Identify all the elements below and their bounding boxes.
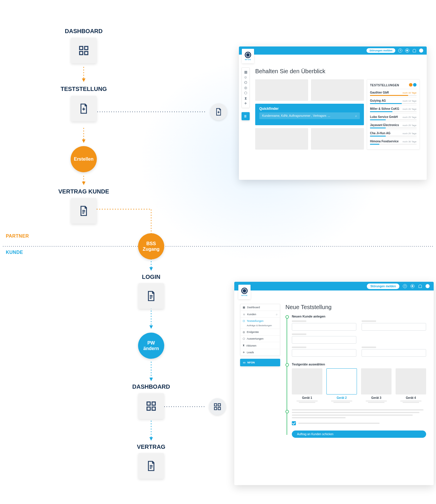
help-icon[interactable]: ? bbox=[403, 284, 407, 288]
device-thumbnail bbox=[292, 368, 322, 394]
list-item-name: Cha Ji-Hun AG bbox=[370, 132, 390, 135]
user-icon: ☺ bbox=[243, 313, 245, 316]
nav-collapse-button[interactable] bbox=[242, 112, 250, 120]
grid-icon bbox=[146, 401, 157, 412]
gear-icon[interactable]: ✻ bbox=[405, 49, 409, 53]
consent-checkbox-row bbox=[292, 421, 426, 425]
mini-node-grid bbox=[209, 398, 226, 415]
user-icon[interactable] bbox=[426, 284, 430, 288]
sidebar-item-teststellungen[interactable]: ⌬Teststellungen bbox=[240, 318, 280, 324]
device-option[interactable]: Gerät 4 bbox=[396, 368, 426, 403]
sidebar-item-kunden[interactable]: ☺Kunden⌕ bbox=[240, 311, 280, 318]
text-input[interactable] bbox=[292, 336, 356, 344]
logo-text: NFON bbox=[245, 59, 251, 60]
svg-rect-0 bbox=[80, 46, 83, 50]
bell-icon[interactable] bbox=[418, 284, 422, 288]
checkbox-label bbox=[298, 423, 380, 424]
device-option[interactable]: Gerät 1 bbox=[292, 368, 322, 403]
device-name: Gerät 2 bbox=[326, 396, 357, 399]
svg-rect-6 bbox=[147, 407, 150, 410]
submit-button[interactable]: Auftrag an Kunden schicken bbox=[292, 431, 426, 438]
quickfinder-input[interactable]: Kundenname, KdNr, Auftragsnummer , Vertr… bbox=[259, 112, 360, 119]
status-badge-blue bbox=[413, 83, 417, 87]
nav-devices-icon[interactable]: ◎ bbox=[244, 86, 248, 90]
list-item[interactable]: Jayavant Electronicsnoch 25 Tage.p34::af… bbox=[370, 121, 417, 130]
bell-icon[interactable] bbox=[412, 49, 416, 53]
sidebar-item-leads[interactable]: ✈Leads bbox=[240, 349, 280, 356]
sidebar-item-dashboard[interactable]: ▦Dashboard bbox=[240, 304, 280, 311]
sidebar-subitem[interactable]: Aufträge & Bestellungen bbox=[240, 324, 280, 329]
list-item[interactable]: Lubo Service GmbHnoch 25 Tage.p34::after… bbox=[370, 113, 417, 121]
user-icon[interactable] bbox=[419, 49, 423, 53]
checkbox[interactable] bbox=[292, 421, 296, 425]
svg-rect-10 bbox=[215, 407, 217, 410]
flow-node-erstellen: Erstellen bbox=[71, 146, 97, 172]
report-issue-button[interactable]: Störungen melden bbox=[367, 284, 399, 289]
sidebar-item-auswertungen[interactable]: ⬡Auswertungen bbox=[240, 335, 280, 342]
screenshot-dashboard: Störungen melden ? ✻ NFON ▦ ☺ ⌬ ◎ ⬡ ⧗ ✈ … bbox=[239, 46, 427, 180]
device-option[interactable]: Gerät 3 bbox=[361, 368, 392, 403]
list-item-name: Lubo Service GmbH bbox=[370, 115, 398, 119]
step-title: Testgeräte auswählen bbox=[292, 363, 426, 366]
list-item-meta: noch 10 Tage bbox=[403, 92, 417, 94]
sidebar-item-endgeraete[interactable]: ◎Endgeräte bbox=[240, 329, 280, 335]
list-item-meta: noch 25 Tage bbox=[403, 116, 417, 119]
device-option[interactable]: Gerät 2 bbox=[326, 368, 357, 403]
svg-rect-2 bbox=[80, 51, 83, 55]
flow-node-dashboard bbox=[71, 38, 97, 63]
section-label-kunde: KUNDE bbox=[6, 250, 23, 255]
report-issue-button[interactable]: Störungen melden bbox=[367, 48, 395, 53]
list-item-meta: noch 25 Tage bbox=[403, 132, 417, 135]
search-icon[interactable]: ⌕ bbox=[276, 313, 278, 316]
form-step-1: Neuen Kunde anlegen bbox=[292, 315, 426, 357]
field-label bbox=[292, 333, 306, 335]
nav-dashboard-icon[interactable]: ▦ bbox=[244, 70, 248, 74]
form-step-3: Auftrag an Kunden schicken bbox=[292, 409, 426, 438]
screenshot-form: Störungen melden ? ✻ NFON ▦Dashboard ☺Ku… bbox=[234, 282, 434, 485]
nav-reports-icon[interactable]: ⬡ bbox=[244, 91, 248, 95]
list-item[interactable]: Himona Foodservicenoch 30 Tage.p20::afte… bbox=[370, 138, 417, 146]
text-input[interactable] bbox=[362, 349, 426, 357]
nav-actions-icon[interactable]: ⧗ bbox=[244, 96, 248, 100]
help-icon[interactable]: ? bbox=[398, 49, 402, 53]
progress-bar: .p82::after{width:82%} bbox=[370, 95, 417, 96]
app-header: Störungen melden ? ✻ bbox=[239, 46, 427, 55]
mini-node-plus bbox=[210, 103, 227, 120]
device-name: Gerät 3 bbox=[361, 396, 392, 399]
text-input[interactable] bbox=[292, 349, 356, 357]
nav-tests-icon[interactable]: ⌬ bbox=[244, 80, 248, 85]
flow-label-dashboard: DASHBOARD bbox=[65, 28, 103, 35]
nav-leads-icon[interactable]: ✈ bbox=[244, 101, 248, 105]
nav-customers-icon[interactable]: ☺ bbox=[244, 75, 248, 79]
quickfinder-title: Quickfinder bbox=[259, 107, 360, 111]
list-item[interactable]: Cha Ji-Hun AGnoch 25 Tage.p34::after{wid… bbox=[370, 130, 417, 138]
list-item-name: Gauthier GbR bbox=[370, 91, 389, 94]
logo: NFON bbox=[238, 285, 251, 299]
sidebar-nfon-button[interactable]: ▭NFON bbox=[240, 359, 280, 366]
device-meta bbox=[361, 401, 392, 403]
device-thumbnail bbox=[396, 368, 426, 394]
document-icon bbox=[146, 290, 157, 302]
list-item[interactable]: Miller & Söhne CoKGnoch 20 Tage.p48::aft… bbox=[370, 105, 417, 113]
svg-rect-12 bbox=[244, 115, 246, 116]
page-title: Neue Teststellung bbox=[285, 304, 426, 311]
text-input[interactable] bbox=[362, 323, 426, 331]
leads-icon: ✈ bbox=[243, 351, 245, 354]
flow-label-vertrag-kunde: VERTRAG KUNDE bbox=[58, 188, 109, 195]
field-label bbox=[362, 320, 376, 322]
svg-rect-14 bbox=[244, 117, 246, 118]
list-item-meta: noch 25 Tage bbox=[403, 124, 417, 127]
nav-rail-menu: ▦ ☺ ⌬ ◎ ⬡ ⧗ ✈ bbox=[242, 67, 250, 108]
teststellungen-list: TESTSTELLUNGEN Gauthier GbRnoch 10 Tage.… bbox=[367, 79, 420, 150]
dashboard-card bbox=[311, 128, 364, 150]
gear-icon[interactable]: ✻ bbox=[410, 284, 414, 288]
text-input[interactable] bbox=[292, 323, 356, 331]
grid-icon bbox=[78, 45, 89, 56]
flow-node-teststellung bbox=[71, 96, 97, 121]
svg-rect-11 bbox=[218, 407, 220, 410]
list-item[interactable]: Gauthier GbRnoch 10 Tage.p82::after{widt… bbox=[370, 89, 417, 97]
sidebar-item-aktionen[interactable]: ⧗Aktionen bbox=[240, 342, 280, 349]
chat-icon: ▭ bbox=[243, 361, 246, 364]
progress-bar: .p34::after{width:34%} bbox=[370, 136, 417, 137]
list-item[interactable]: Guiying AGnoch 14 Tage.p68::after{width:… bbox=[370, 97, 417, 105]
